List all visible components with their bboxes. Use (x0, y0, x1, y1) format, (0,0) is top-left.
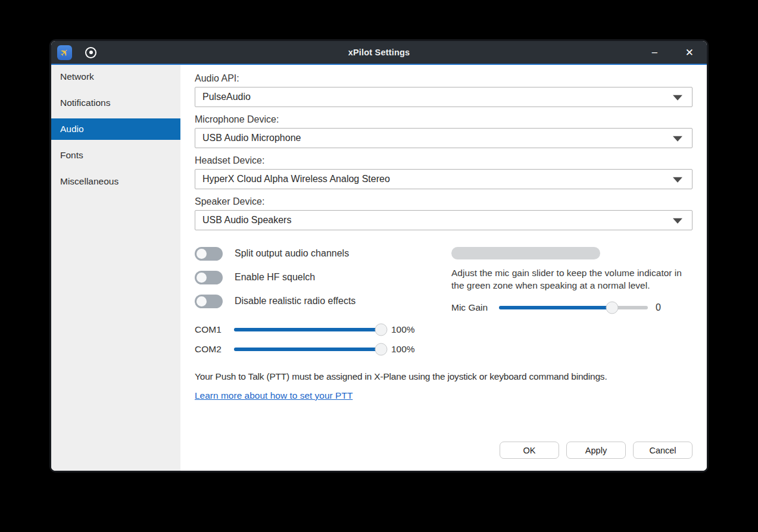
com1-volume-value: 100% (391, 324, 415, 335)
mic-gain-value: 0 (656, 302, 661, 313)
sidebar-item-miscellaneous[interactable]: Miscellaneous (51, 171, 180, 192)
slider-knob[interactable] (375, 343, 388, 356)
cancel-button[interactable]: Cancel (633, 442, 693, 459)
chevron-down-icon (673, 136, 682, 142)
sidebar-item-fonts[interactable]: Fonts (51, 145, 180, 166)
com1-volume-slider[interactable] (234, 324, 381, 336)
com2-volume-value: 100% (391, 344, 415, 355)
slider-fill (234, 328, 381, 331)
radio-effects-toggle-row: Disable realistic radio effects (195, 293, 451, 309)
headset-device-label: Headset Device: (195, 155, 693, 166)
audio-api-dropdown[interactable]: PulseAudio (195, 87, 693, 107)
com2-label: COM2 (195, 344, 234, 355)
minimize-button[interactable]: − (648, 46, 662, 60)
toggle-knob (196, 249, 207, 259)
radio-effects-toggle[interactable] (195, 295, 223, 308)
slider-fill (234, 348, 381, 351)
sidebar-item-network[interactable]: Network (51, 66, 180, 87)
com2-volume-slider[interactable] (234, 343, 381, 355)
radio-effects-label: Disable realistic radio effects (235, 296, 355, 306)
slider-knob[interactable] (375, 324, 388, 336)
speaker-device-field: Speaker Device: USB Audio Speakers (195, 196, 693, 230)
com1-volume-row: COM1 100% (195, 322, 451, 337)
sidebar-item-audio[interactable]: Audio (51, 118, 180, 140)
headset-device-value: HyperX Cloud Alpha Wireless Analog Stere… (202, 174, 390, 184)
window-controls: − ✕ (648, 46, 697, 60)
slider-fill (499, 306, 612, 309)
split-audio-toggle[interactable] (195, 247, 223, 261)
chevron-down-icon (673, 95, 682, 101)
ptt-note: Your Push to Talk (PTT) must be assigned… (195, 371, 693, 382)
toggle-knob (196, 296, 207, 306)
com2-volume-row: COM2 100% (195, 342, 451, 357)
audio-api-field: Audio API: PulseAudio (195, 73, 693, 107)
com1-label: COM1 (195, 324, 234, 335)
chevron-down-icon (673, 218, 682, 224)
mic-gain-label: Mic Gain (451, 302, 499, 313)
dialog-buttons: OK Apply Cancel (500, 442, 693, 459)
mic-gain-slider[interactable] (499, 302, 648, 314)
close-button[interactable]: ✕ (682, 46, 697, 59)
toggle-knob (196, 273, 207, 283)
audio-api-value: PulseAudio (202, 92, 251, 102)
microphone-device-dropdown[interactable]: USB Audio Microphone (195, 128, 693, 148)
settings-window: ✈ xPilot Settings − ✕ Network Notificati… (49, 39, 709, 472)
mic-gain-row: Mic Gain 0 (451, 302, 693, 314)
sidebar-item-notifications[interactable]: Notifications (51, 92, 180, 114)
microphone-device-value: USB Audio Microphone (202, 133, 301, 143)
split-audio-label: Split output audio channels (235, 248, 349, 259)
hf-squelch-toggle-row: Enable HF squelch (195, 270, 451, 285)
audio-settings-panel: Audio API: PulseAudio Microphone Device:… (180, 65, 707, 471)
microphone-device-label: Microphone Device: (195, 114, 693, 125)
microphone-device-field: Microphone Device: USB Audio Microphone (195, 114, 693, 148)
titlebar: ✈ xPilot Settings − ✕ (51, 41, 707, 64)
sidebar: Network Notifications Audio Fonts Miscel… (51, 65, 180, 471)
speaker-device-dropdown[interactable]: USB Audio Speakers (195, 210, 693, 230)
split-audio-toggle-row: Split output audio channels (195, 246, 451, 261)
slider-knob[interactable] (606, 302, 619, 314)
mic-volume-indicator (451, 247, 600, 259)
hf-squelch-label: Enable HF squelch (235, 272, 315, 283)
window-title: xPilot Settings (51, 48, 707, 57)
headset-device-dropdown[interactable]: HyperX Cloud Alpha Wireless Analog Stere… (195, 169, 693, 189)
headset-device-field: Headset Device: HyperX Cloud Alpha Wirel… (195, 155, 693, 189)
chevron-down-icon (673, 177, 682, 183)
speaker-device-label: Speaker Device: (195, 196, 693, 207)
ok-button[interactable]: OK (500, 442, 559, 459)
speaker-device-value: USB Audio Speakers (202, 215, 291, 226)
audio-api-label: Audio API: (195, 73, 693, 84)
hf-squelch-toggle[interactable] (195, 271, 223, 284)
ptt-help-link[interactable]: Learn more about how to set your PTT (195, 390, 353, 401)
apply-button[interactable]: Apply (566, 442, 626, 459)
mic-gain-instructions: Adjust the mic gain slider to keep the v… (451, 267, 690, 292)
